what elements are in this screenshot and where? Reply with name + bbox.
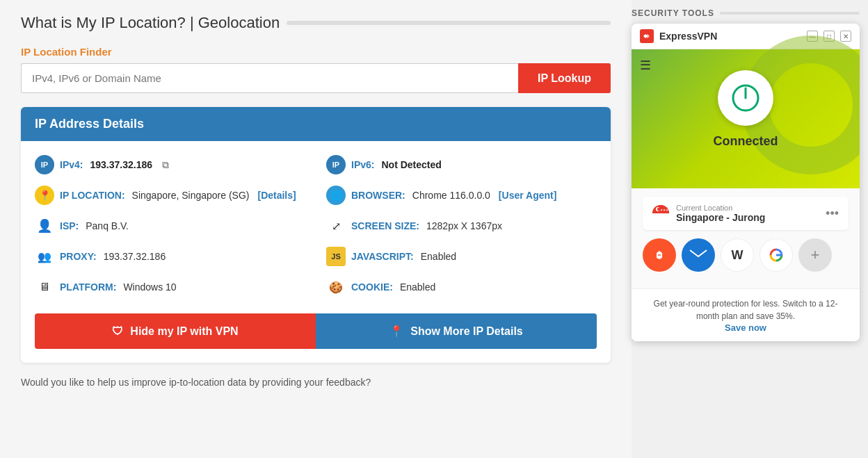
location-label: IP LOCATION:	[60, 190, 125, 201]
ipv4-value: 193.37.32.186	[90, 159, 152, 170]
copy-icon[interactable]: ⧉	[162, 159, 173, 170]
wikipedia-icon[interactable]: W	[721, 238, 754, 272]
ipv4-row: IP IPv4: 193.37.32.186 ⧉	[35, 155, 305, 174]
isp-icon: 👤	[35, 216, 54, 236]
vpn-promo: Get year-round protection for less. Swit…	[632, 288, 860, 341]
cookie-icon: 🍪	[326, 277, 346, 297]
cookie-row: 🍪 COOKIE: Enabled	[326, 277, 597, 297]
ipv6-label: IPv6:	[351, 159, 374, 170]
title-decorative-bar	[287, 21, 611, 25]
location-value: Singapore, Singapore (SG)	[132, 190, 250, 201]
security-tools-bar	[720, 12, 860, 15]
ipv6-value: Not Detected	[381, 159, 441, 170]
js-value: Enabled	[421, 251, 456, 262]
vpn-save-now-link[interactable]: Save now	[643, 322, 849, 333]
js-label: JAVASCRIPT:	[351, 251, 414, 262]
vpn-location-row[interactable]: ✦✦✦✦✦ Current Location Singapore - Juron…	[643, 197, 849, 230]
user-agent-link[interactable]: [User Agent]	[499, 190, 557, 201]
ip-grid: IP IPv4: 193.37.32.186 ⧉ IP IPv6: Not De…	[35, 155, 597, 297]
browser-row: 🌐 BROWSER: Chrome 116.0.0.0 [User Agent]	[326, 186, 597, 205]
vpn-location-info: Current Location Singapore - Jurong	[676, 204, 819, 223]
screen-row: ⤢ SCREEN SIZE: 1282px X 1367px	[326, 216, 597, 236]
js-row: JS JAVASCRIPT: Enabled	[326, 247, 597, 266]
vpn-location-name: Singapore - Jurong	[676, 212, 819, 223]
screen-value: 1282px X 1367px	[426, 220, 502, 231]
vpn-close-button[interactable]: ✕	[840, 31, 851, 42]
platform-icon: 🖥	[35, 277, 54, 297]
vpn-green-area: ☰ Connected	[632, 49, 860, 188]
hide-ip-button[interactable]: 🛡 Hide my IP with VPN	[35, 313, 316, 349]
location-icon: 📍	[35, 186, 54, 205]
vpn-connected-text: Connected	[713, 134, 778, 149]
browser-value: Chrome 116.0.0.0	[412, 190, 490, 201]
vpn-apps-row: W +	[643, 238, 849, 272]
vpn-menu-icon[interactable]: ☰	[640, 58, 651, 73]
ipv4-label: IPv4:	[60, 159, 83, 170]
ipv4-icon: IP	[35, 155, 54, 174]
right-panel: SECURITY TOOLS ExpressVPN — □ ✕	[632, 0, 868, 458]
ip-details-body: IP IPv4: 193.37.32.186 ⧉ IP IPv6: Not De…	[21, 141, 611, 363]
pin-icon: 📍	[389, 325, 403, 338]
platform-value: Windows 10	[123, 281, 176, 293]
google-icon[interactable]	[760, 238, 793, 272]
page-title-row: What is My IP Location? | Geolocation	[21, 14, 611, 32]
singapore-flag: ✦✦✦✦✦	[652, 205, 669, 222]
cookie-label: COOKIE:	[351, 281, 393, 293]
location-details-link[interactable]: [Details]	[257, 190, 296, 201]
vpn-promo-text: Get year-round protection for less. Swit…	[643, 297, 849, 322]
isp-value: Panq B.V.	[86, 220, 129, 231]
brave-browser-icon[interactable]	[643, 238, 676, 272]
add-app-button[interactable]: +	[798, 238, 832, 272]
vpn-options-button[interactable]: •••	[826, 206, 839, 221]
screen-label: SCREEN SIZE:	[351, 220, 419, 231]
screen-icon: ⤢	[326, 216, 346, 236]
proxy-label: PROXY:	[60, 251, 97, 262]
svg-rect-3	[652, 213, 669, 222]
location-row: 📍 IP LOCATION: Singapore, Singapore (SG)…	[35, 186, 305, 205]
show-more-button[interactable]: 📍 Show More IP Details	[316, 313, 597, 349]
ip-lookup-button[interactable]: IP Lookup	[518, 63, 611, 93]
action-buttons: 🛡 Hide my IP with VPN 📍 Show More IP Det…	[35, 313, 597, 349]
platform-label: PLATFORM:	[60, 281, 116, 293]
proxy-icon: 👥	[35, 247, 54, 266]
expressvpn-logo-icon	[640, 29, 654, 43]
security-tools-label: SECURITY TOOLS	[632, 8, 860, 18]
js-icon: JS	[326, 247, 346, 266]
proxy-value: 193.37.32.186	[104, 251, 166, 262]
shield-icon: 🛡	[112, 325, 123, 338]
search-input[interactable]	[21, 63, 518, 93]
browser-icon: 🌐	[326, 186, 346, 205]
vpn-bottom: ✦✦✦✦✦ Current Location Singapore - Juron…	[632, 188, 860, 288]
proxy-row: 👥 PROXY: 193.37.32.186	[35, 247, 305, 266]
feedback-text: Would you like to help us improve ip-to-…	[21, 377, 611, 388]
isp-row: 👤 ISP: Panq B.V.	[35, 216, 305, 236]
isp-label: ISP:	[60, 220, 79, 231]
ip-details-header: IP Address Details	[21, 107, 611, 141]
vpn-current-location-label: Current Location	[676, 204, 819, 212]
ip-location-label: IP Location Finder	[21, 46, 611, 58]
ipv6-row: IP IPv6: Not Detected	[326, 155, 597, 174]
svg-text:✦✦✦✦✦: ✦✦✦✦✦	[660, 208, 669, 212]
search-row: IP Lookup	[21, 63, 611, 93]
vpn-window: ExpressVPN — □ ✕ ☰ Connected	[632, 24, 860, 341]
ipv6-icon: IP	[326, 155, 346, 174]
platform-row: 🖥 PLATFORM: Windows 10	[35, 277, 305, 297]
ip-details-card: IP Address Details IP IPv4: 193.37.32.18…	[21, 107, 611, 363]
browser-label: BROWSER:	[351, 190, 405, 201]
vpn-power-button[interactable]	[718, 70, 773, 126]
mail-icon[interactable]	[682, 238, 715, 272]
page-title: What is My IP Location? | Geolocation	[21, 14, 280, 32]
cookie-value: Enabled	[400, 281, 435, 293]
main-content: What is My IP Location? | Geolocation IP…	[0, 0, 632, 458]
